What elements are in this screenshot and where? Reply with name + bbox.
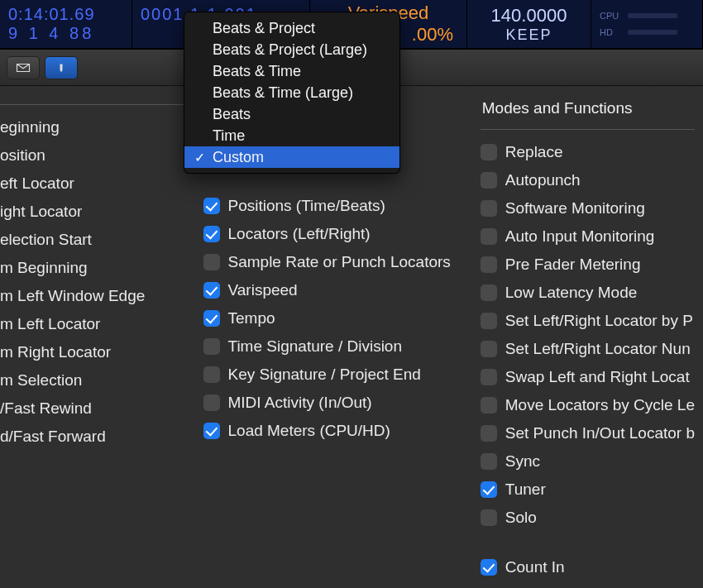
lcd-smpte[interactable]: 0:14:01.69 9 1 4 88 (0, 0, 132, 48)
checkbox[interactable] (481, 453, 497, 470)
left-option[interactable]: eft Locator (0, 170, 184, 198)
checkbox[interactable] (481, 172, 497, 189)
checkbox-option[interactable]: Tempo (203, 304, 464, 332)
right-column: Modes and Functions ReplaceAutopunchSoft… (472, 86, 703, 588)
checkbox[interactable] (203, 226, 220, 242)
left-option-label: eft Locator (0, 174, 74, 193)
menu-item[interactable]: Beats & Project (184, 17, 399, 39)
checkbox[interactable] (203, 338, 220, 355)
checkbox-label: Move Locators by Cycle Le (505, 396, 695, 414)
checkbox[interactable] (481, 425, 497, 442)
checkbox-option[interactable]: Solo (481, 504, 695, 532)
left-option[interactable]: /Fast Rewind (0, 394, 184, 423)
lcd-tempo[interactable]: 140.0000 KEEP (467, 0, 591, 48)
checkbox-option[interactable]: Auto Input Monitoring (481, 222, 695, 251)
hd-meter (628, 30, 677, 35)
section-title-modes: Modes and Functions (481, 99, 695, 117)
checkbox[interactable] (203, 394, 220, 411)
checkbox-label: Sample Rate or Punch Locators (228, 253, 451, 271)
checkbox-option[interactable]: Swap Left and Right Locat (481, 363, 695, 391)
checkbox[interactable] (203, 254, 220, 270)
checkbox[interactable] (481, 369, 497, 385)
cpu-label: CPU (600, 11, 621, 21)
left-option[interactable]: m Selection (0, 366, 184, 394)
checkbox-option[interactable]: Set Left/Right Locator Nun (481, 335, 695, 363)
left-option[interactable]: m Beginning (0, 254, 184, 282)
menu-item[interactable]: Beats (184, 103, 399, 125)
menu-item[interactable]: Custom (184, 146, 399, 168)
checkbox-option[interactable]: Locators (Left/Right) (203, 220, 464, 248)
checkbox-label: Varispeed (228, 281, 298, 299)
menu-item[interactable]: Beats & Time (184, 60, 399, 82)
checkbox-label: Autopunch (505, 171, 581, 189)
checkbox-option[interactable]: Tuner (481, 476, 695, 504)
checkbox[interactable] (481, 397, 497, 414)
checkbox-label: Replace (505, 143, 563, 161)
checkbox-option[interactable]: Software Monitoring (481, 194, 695, 222)
left-option[interactable]: ight Locator (0, 198, 184, 226)
left-option-label: /Fast Rewind (0, 399, 92, 418)
checkbox-option[interactable]: Positions (Time/Beats) (203, 192, 464, 220)
checkbox[interactable] (203, 366, 220, 383)
checkbox-option[interactable]: Time Signature / Division (203, 332, 464, 361)
checkbox[interactable] (481, 228, 497, 245)
left-option[interactable]: eginning (0, 113, 184, 141)
left-option-label: election Start (0, 231, 92, 249)
checkbox[interactable] (481, 481, 497, 498)
menu-item[interactable]: Beats & Time (Large) (184, 82, 399, 103)
left-option[interactable]: election Start (0, 226, 184, 254)
checkbox-option[interactable]: Low Latency Mode (481, 279, 695, 307)
toolbar-button-2[interactable] (45, 56, 78, 79)
left-option-label: eginning (0, 118, 60, 136)
checkbox[interactable] (203, 310, 220, 327)
left-option-label: osition (0, 146, 45, 165)
lcd-load-meters: CPU HD (591, 0, 703, 48)
hd-label: HD (600, 27, 621, 37)
menu-item[interactable]: Beats & Project (Large) (184, 39, 399, 60)
checkbox[interactable] (481, 509, 497, 526)
varispeed-value: .00% (412, 24, 458, 45)
tempo-value: 140.0000 (491, 5, 567, 26)
left-option[interactable]: m Left Locator (0, 310, 184, 338)
left-option-label: d/Fast Forward (0, 428, 106, 446)
marker-icon (54, 62, 69, 74)
checkbox-option[interactable]: Count In (481, 553, 695, 581)
checkbox[interactable] (481, 313, 497, 329)
checkbox-label: Tempo (228, 309, 275, 327)
checkbox-option[interactable]: Sample Rate or Punch Locators (203, 248, 464, 276)
checkbox-option[interactable]: Load Meters (CPU/HD) (203, 417, 464, 445)
display-mode-menu[interactable]: Beats & ProjectBeats & Project (Large)Be… (184, 12, 400, 174)
menu-item[interactable]: Time (184, 125, 399, 146)
checkbox-option[interactable]: Key Signature / Project End (203, 361, 464, 389)
checkbox-option[interactable]: Set Punch In/Out Locator b (481, 419, 695, 447)
checkbox[interactable] (481, 284, 497, 301)
checkbox[interactable] (481, 200, 497, 217)
toolbar-button-1[interactable] (7, 56, 40, 79)
checkbox-option[interactable]: Varispeed (203, 276, 464, 304)
checkbox-option[interactable]: Move Locators by Cycle Le (481, 391, 695, 419)
checkbox[interactable] (481, 341, 497, 357)
checkbox-option[interactable]: Set Left/Right Locator by P (481, 307, 695, 335)
left-option-label: m Left Locator (0, 315, 100, 333)
left-option[interactable]: d/Fast Forward (0, 423, 184, 451)
left-option[interactable]: m Left Window Edge (0, 282, 184, 310)
checkbox[interactable] (481, 559, 497, 576)
checkbox[interactable] (203, 423, 220, 439)
cpu-meter (628, 13, 677, 18)
checkbox[interactable] (203, 198, 220, 214)
left-option-label: m Right Locator (0, 343, 111, 361)
checkbox-option[interactable]: Pre Fader Metering (481, 251, 695, 279)
checkbox-label: Locators (Left/Right) (228, 225, 371, 243)
checkbox-label: Tuner (505, 480, 546, 499)
left-option[interactable]: m Right Locator (0, 338, 184, 366)
checkbox[interactable] (481, 256, 497, 273)
left-option[interactable]: osition (0, 141, 184, 170)
checkbox[interactable] (481, 144, 497, 160)
checkbox-option[interactable]: Sync (481, 447, 695, 476)
checkbox-option[interactable]: Autopunch (481, 166, 695, 194)
left-option-label: ight Locator (0, 203, 82, 221)
checkbox-option[interactable]: MIDI Activity (In/Out) (203, 389, 464, 417)
checkbox[interactable] (203, 282, 220, 299)
checkbox-option[interactable]: Replace (481, 138, 695, 166)
checkbox-label: Auto Input Monitoring (505, 227, 655, 246)
